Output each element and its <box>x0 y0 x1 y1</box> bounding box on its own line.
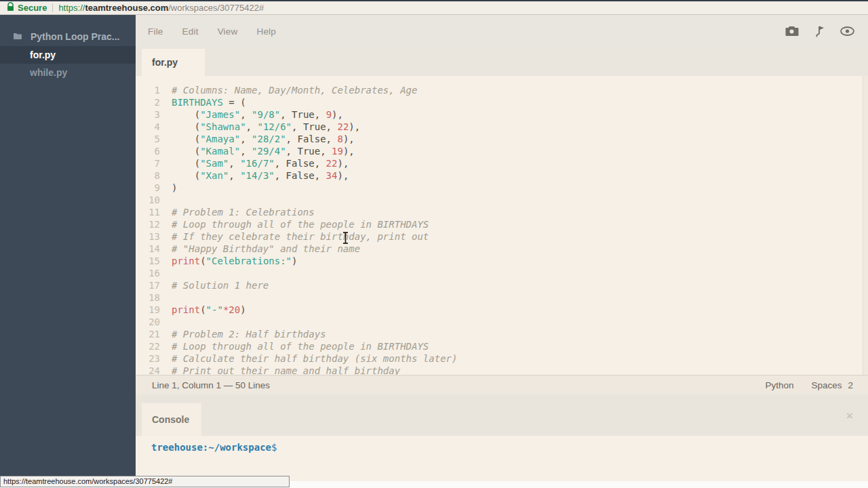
code-lines: 1# Columns: Name, Day/Month, Celebrates,… <box>136 84 868 375</box>
terminal-prompt: treehouse:~/workspace <box>151 442 271 453</box>
toolbar-icons <box>785 15 854 47</box>
code-line-10[interactable]: 10 <box>136 194 868 206</box>
editor-scrollbar[interactable] <box>863 76 868 375</box>
line-number: 24 <box>136 365 160 375</box>
line-content: # Print out their name and half birthday <box>172 365 400 375</box>
line-number: 7 <box>136 157 160 169</box>
editor-status-bar: Line 1, Column 1 — 50 Lines Python Space… <box>136 375 868 394</box>
line-content: ("Sam", "16/7", False, 22), <box>172 157 349 169</box>
code-line-8[interactable]: 8 ("Xan", "14/3", False, 34), <box>136 169 868 182</box>
camera-icon[interactable] <box>785 26 799 37</box>
menu-edit[interactable]: Edit <box>182 26 199 37</box>
code-line-12[interactable]: 12# Loop through all of the people in BI… <box>136 218 868 230</box>
code-line-23[interactable]: 23# Calculate their half birthday (six m… <box>136 352 868 365</box>
line-content: ) <box>172 182 177 194</box>
line-content: # Loop through all of the people in BIRT… <box>172 340 429 352</box>
code-line-6[interactable]: 6 ("Kamal", "29/4", True, 19), <box>136 145 868 157</box>
code-line-18[interactable]: 18 <box>136 291 868 304</box>
line-number: 13 <box>136 230 160 243</box>
text-cursor-icon <box>342 232 349 246</box>
eye-icon[interactable] <box>840 26 854 36</box>
line-content: BIRTHDAYS = ( <box>172 96 246 108</box>
line-content: print("Celebrations:") <box>172 255 297 267</box>
tab-for-py[interactable]: for.py <box>142 49 205 76</box>
code-line-1[interactable]: 1# Columns: Name, Day/Month, Celebrates,… <box>136 84 868 96</box>
folder-icon <box>13 31 22 42</box>
line-content: # "Happy Birthday" and their name <box>172 243 360 255</box>
line-number: 6 <box>136 145 160 157</box>
code-line-3[interactable]: 3 ("James", "9/8", True, 9), <box>136 108 868 121</box>
code-line-11[interactable]: 11# Problem 1: Celebrations <box>136 206 868 218</box>
lock-icon <box>7 2 14 14</box>
terminal-prompt-symbol: $ <box>271 442 277 453</box>
line-number: 16 <box>136 267 160 279</box>
line-content: # Loop through all of the people in BIRT… <box>172 218 429 230</box>
line-number: 3 <box>136 108 160 121</box>
fork-icon[interactable] <box>814 25 825 37</box>
line-content: # Columns: Name, Day/Month, Celebrates, … <box>172 84 417 96</box>
code-editor[interactable]: 1# Columns: Name, Day/Month, Celebrates,… <box>136 76 868 375</box>
indent-type-select[interactable]: Spaces <box>811 380 842 390</box>
line-content: # Problem 2: Half birthdays <box>172 328 326 340</box>
cursor-position-label: Line 1, Column 1 — 50 Lines <box>152 380 270 390</box>
sidebar-file-for.py[interactable]: for.py <box>0 46 136 64</box>
console-tab[interactable]: Console <box>142 403 201 436</box>
console-close-icon[interactable]: × <box>846 409 853 421</box>
browser-address-bar[interactable]: Secure https://teamtreehouse.com/workspa… <box>0 0 868 15</box>
url-divider <box>52 3 53 12</box>
sidebar-file-while.py[interactable]: while.py <box>0 64 136 81</box>
code-line-4[interactable]: 4 ("Shawna", "12/6", True, 22), <box>136 121 868 133</box>
line-number: 23 <box>136 352 160 365</box>
browser-link-status: https://teamtreehouse.com/workspaces/307… <box>0 476 290 487</box>
line-number: 10 <box>136 194 160 206</box>
url-domain: teamtreehouse.com <box>85 3 168 13</box>
line-content: # Solution 1 here <box>172 279 269 291</box>
line-content: ("Amaya", "28/2", False, 8), <box>172 133 355 145</box>
line-number: 14 <box>136 243 160 255</box>
line-content: # Problem 1: Celebrations <box>172 206 315 218</box>
menu-file[interactable]: File <box>148 26 163 37</box>
line-number: 11 <box>136 206 160 218</box>
tab-label: for.py <box>152 57 178 68</box>
status-right: Python Spaces 2 <box>765 380 853 390</box>
menu-view[interactable]: View <box>218 26 238 37</box>
url-text[interactable]: https://teamtreehouse.com/workspaces/307… <box>58 3 264 13</box>
code-line-13[interactable]: 13# If they celebrate their birthday, pr… <box>136 230 868 243</box>
line-number: 9 <box>136 182 160 194</box>
code-line-20[interactable]: 20 <box>136 316 868 328</box>
code-line-19[interactable]: 19print("-"*20) <box>136 304 868 316</box>
project-folder[interactable]: Python Loop Prac... <box>0 27 136 46</box>
code-line-16[interactable]: 16 <box>136 267 868 279</box>
menu-items: FileEditViewHelp <box>148 26 295 37</box>
code-line-15[interactable]: 15print("Celebrations:") <box>136 255 868 267</box>
line-content: # Calculate their half birthday (six mon… <box>172 352 457 365</box>
code-line-2[interactable]: 2BIRTHDAYS = ( <box>136 96 868 108</box>
line-content: ("Shawna", "12/6", True, 22), <box>172 121 360 133</box>
code-line-21[interactable]: 21# Problem 2: Half birthdays <box>136 328 868 340</box>
code-line-9[interactable]: 9) <box>136 182 868 194</box>
console-title: Console <box>152 414 189 425</box>
language-select[interactable]: Python <box>765 380 793 390</box>
file-sidebar: Python Loop Prac... for.pywhile.py <box>0 15 136 481</box>
url-scheme: https:// <box>58 3 85 13</box>
code-line-17[interactable]: 17# Solution 1 here <box>136 279 868 291</box>
code-line-14[interactable]: 14# "Happy Birthday" and their name <box>136 243 868 255</box>
console-header: Console × <box>136 394 868 436</box>
code-line-7[interactable]: 7 ("Sam", "16/7", False, 22), <box>136 157 868 169</box>
url-path: /workspaces/30775422# <box>168 3 264 13</box>
line-content: # If they celebrate their birthday, prin… <box>172 230 429 243</box>
menu-help[interactable]: Help <box>256 26 276 37</box>
line-number: 4 <box>136 121 160 133</box>
code-line-5[interactable]: 5 ("Amaya", "28/2", False, 8), <box>136 133 868 145</box>
line-number: 1 <box>136 84 160 96</box>
file-list: for.pywhile.py <box>0 46 136 81</box>
line-number: 19 <box>136 304 160 316</box>
console-terminal[interactable]: treehouse:~/workspace$ <box>136 436 868 481</box>
code-line-24[interactable]: 24# Print out their name and half birthd… <box>136 365 868 375</box>
code-line-22[interactable]: 22# Loop through all of the people in BI… <box>136 340 868 352</box>
line-number: 8 <box>136 169 160 182</box>
project-name: Python Loop Prac... <box>31 31 119 42</box>
editor-tab-bar: for.py <box>136 47 868 76</box>
indent-size-select[interactable]: 2 <box>848 380 853 390</box>
line-content: print("-"*20) <box>172 304 246 316</box>
